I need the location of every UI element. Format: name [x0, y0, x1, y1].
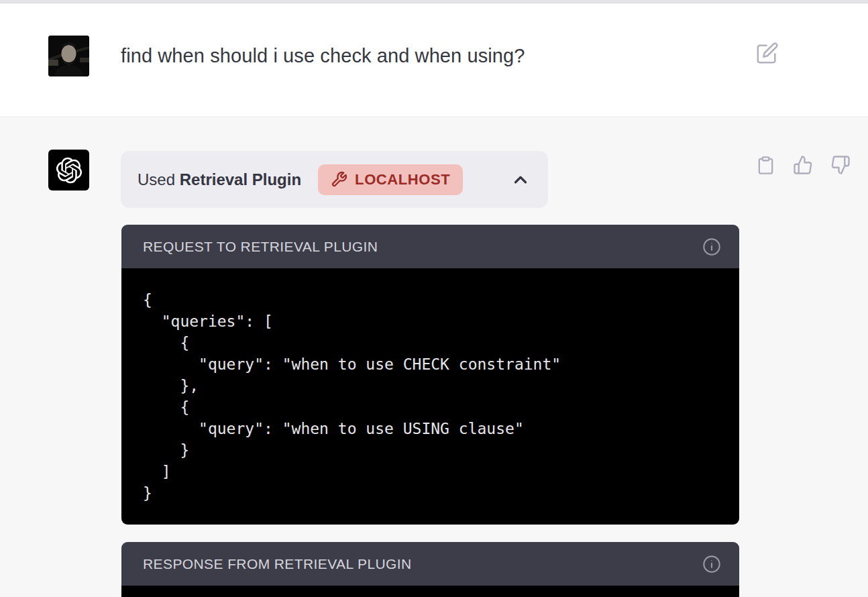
pencil-square-icon	[756, 42, 779, 64]
message-actions	[755, 154, 851, 177]
chat-screen: find when should i use check and when us…	[0, 0, 868, 597]
response-panel-title: RESPONSE FROM RETRIEVAL PLUGIN	[143, 556, 412, 572]
request-panel-header: REQUEST TO RETRIEVAL PLUGIN	[121, 225, 739, 268]
request-code-block: { "queries": [ { "query": "when to use C…	[121, 268, 739, 525]
plugin-usage-toggle[interactable]: Used Retrieval Plugin LOCALHOST	[121, 151, 548, 208]
chevron-up-icon	[510, 170, 531, 190]
thumbs-up-icon	[793, 155, 813, 175]
localhost-badge: LOCALHOST	[318, 164, 463, 195]
wrench-icon	[331, 171, 347, 188]
chatgpt-avatar	[48, 150, 89, 191]
user-avatar	[48, 36, 89, 76]
user-photo	[48, 36, 89, 76]
badge-label: LOCALHOST	[355, 171, 450, 188]
thumbs-down-icon	[830, 155, 851, 175]
edit-message-button[interactable]	[755, 42, 779, 66]
info-button[interactable]	[702, 555, 721, 574]
request-panel: REQUEST TO RETRIEVAL PLUGIN { "queries":…	[121, 225, 739, 525]
response-panel: RESPONSE FROM RETRIEVAL PLUGIN	[121, 542, 739, 597]
clipboard-icon	[756, 154, 775, 176]
thumbs-down-button[interactable]	[830, 154, 851, 177]
plugin-usage-label: Used Retrieval Plugin	[138, 170, 301, 189]
previous-message-edge	[0, 0, 868, 3]
request-panel-title: REQUEST TO RETRIEVAL PLUGIN	[143, 239, 378, 255]
copy-button[interactable]	[755, 154, 775, 177]
openai-logo-icon	[56, 157, 83, 184]
user-message-text: find when should i use check and when us…	[121, 43, 525, 68]
plugin-name: Retrieval Plugin	[180, 170, 301, 188]
user-message-row: find when should i use check and when us…	[0, 4, 868, 117]
response-code-block	[121, 586, 739, 597]
thumbs-up-button[interactable]	[793, 154, 813, 177]
response-panel-header: RESPONSE FROM RETRIEVAL PLUGIN	[121, 542, 739, 586]
info-button[interactable]	[702, 237, 721, 256]
assistant-message-row: Used Retrieval Plugin LOCALHOST	[0, 118, 868, 597]
info-icon	[702, 555, 721, 574]
info-icon	[702, 237, 721, 256]
